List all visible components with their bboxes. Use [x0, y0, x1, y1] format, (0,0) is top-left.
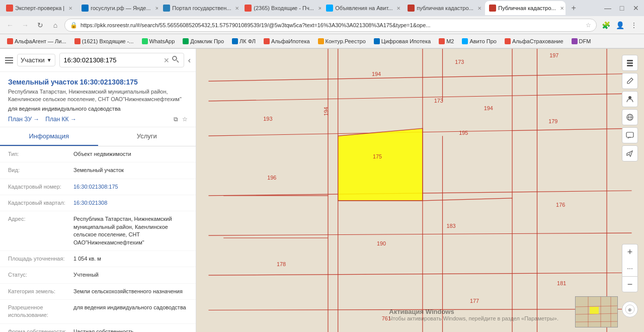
tab-label-7: Публичная кадастро...	[498, 5, 556, 11]
svg-text:196: 196	[267, 175, 276, 181]
collapse-panel-button[interactable]: ‹	[188, 56, 191, 65]
draw-button[interactable]	[622, 73, 638, 89]
back-button[interactable]: ←	[4, 19, 16, 31]
tab-info[interactable]: Информация	[0, 127, 98, 146]
zoom-out-button[interactable]: −	[622, 276, 638, 292]
plan-zu-link[interactable]: План ЗУ →	[8, 116, 39, 123]
forward-button[interactable]: →	[19, 19, 31, 31]
tab-close-2[interactable]: ✕	[155, 6, 158, 11]
extensions-button[interactable]: 🧩	[600, 19, 612, 31]
info-value-cadastral-number[interactable]: 16:30:021308:175	[73, 183, 188, 191]
svg-text:194: 194	[484, 105, 493, 111]
bookmark-label-dfm: DFM	[579, 38, 591, 44]
copy-icon[interactable]: ⧉	[174, 116, 178, 123]
svg-text:194: 194	[323, 107, 329, 116]
bookmark-favicon-dfm	[572, 38, 578, 44]
chevron-down-icon: ▼	[47, 57, 52, 63]
tab-close-7[interactable]: ✕	[560, 6, 564, 11]
bookmark-label-lkfl: ЛК ФЛ	[239, 38, 256, 44]
bookmark-favicon-alfaipoteka	[264, 38, 270, 44]
search-type-dropdown[interactable]: Участки ▼	[17, 54, 55, 66]
profile-button[interactable]: 👤	[614, 19, 626, 31]
info-label-category: Категория земель:	[8, 288, 73, 295]
search-clear-button[interactable]: ✕	[164, 56, 170, 64]
map-area[interactable]: 197 173 194 194 173 194 193 179 195 175 …	[196, 49, 644, 332]
address-bar[interactable]: 🔒 https://pkk.rosreestr.ru/#/search/55.5…	[64, 19, 597, 32]
telegram-button[interactable]	[622, 145, 638, 161]
bookmark-avito[interactable]: Авито Про	[459, 37, 500, 45]
info-row-status: Статус: Учтенный	[0, 267, 196, 283]
tab-3[interactable]: Портал государствен... ✕	[159, 1, 239, 15]
layers-button[interactable]	[622, 55, 638, 71]
tab-favicon-5	[326, 5, 333, 12]
search-input[interactable]	[64, 56, 164, 64]
svg-line-1	[177, 60, 179, 62]
bookmark-cifrovaya[interactable]: Цифровая Ипотека	[371, 37, 434, 45]
plan-kk-link[interactable]: План КК →	[45, 116, 76, 123]
tab-close-5[interactable]: ✕	[396, 6, 400, 11]
highlighted-parcel-175[interactable]	[338, 128, 423, 200]
info-value-cadastral-kvartal[interactable]: 16:30:021308	[73, 199, 188, 207]
svg-rect-40	[627, 60, 633, 61]
tab-1[interactable]: Эксперт-проверка | ✕	[2, 1, 76, 15]
compass-button[interactable]: ⊕	[622, 301, 638, 317]
tab-favicon-6	[408, 5, 415, 12]
tab-4[interactable]: (2365) Входящие - Пч... ✕	[240, 1, 321, 15]
bookmark-whatsapp[interactable]: WhatsApp	[139, 37, 178, 45]
bookmark-kontur[interactable]: Контур.Реестро	[315, 37, 369, 45]
svg-text:173: 173	[455, 59, 464, 65]
bookmark-alfaagent[interactable]: АльфаАгент — Ли...	[4, 37, 69, 45]
svg-rect-41	[627, 62, 633, 64]
tab-label-1: Эксперт-проверка |	[15, 5, 64, 11]
map-svg: 197 173 194 194 173 194 193 179 195 175 …	[196, 49, 644, 332]
info-row-vid: Вид: Земельный участок	[0, 162, 196, 179]
bookmark-add-icon[interactable]: ☆	[182, 116, 188, 123]
tab-close-3[interactable]: ✕	[235, 6, 239, 11]
close-window-button[interactable]: ✕	[630, 2, 642, 14]
zoom-in-button[interactable]: +	[622, 244, 638, 260]
bookmark-alfaipoteka[interactable]: АльфаИпотека	[261, 37, 313, 45]
info-value-status: Учтенный	[73, 271, 188, 279]
person-button[interactable]	[622, 91, 638, 107]
globe-button[interactable]	[622, 109, 638, 125]
tab-services-label: Услуги	[137, 132, 157, 140]
property-address: Республика Татарстан, Нижнекамский муниц…	[8, 88, 188, 104]
info-label-type: Тип:	[8, 150, 73, 158]
home-button[interactable]: ⌂	[49, 19, 61, 31]
bookmark-favicon-inbox	[74, 38, 80, 44]
chat-button[interactable]	[622, 127, 638, 143]
maximize-button[interactable]: □	[616, 2, 628, 14]
new-tab-button[interactable]: +	[567, 1, 581, 15]
tab-close-6[interactable]: ✕	[477, 6, 481, 11]
menu-button[interactable]: ⋮	[628, 19, 640, 31]
bookmark-inbox[interactable]: (1621) Входящие -...	[71, 37, 137, 45]
minimap[interactable]	[575, 296, 618, 327]
tab-6[interactable]: публичная кадастро... ✕	[404, 1, 484, 15]
bookmark-label-domclick: Домклик Про	[190, 38, 224, 44]
bookmark-lkfl[interactable]: ЛК ФЛ	[229, 37, 259, 45]
hamburger-menu[interactable]	[5, 57, 13, 63]
bookmark-m2[interactable]: M2	[436, 37, 457, 45]
info-row-cadastral-number: Кадастровый номер: 16:30:021308:175	[0, 179, 196, 195]
minimize-button[interactable]: —	[602, 2, 614, 14]
bookmark-favicon-kontur	[318, 38, 324, 44]
star-icon[interactable]: ☆	[586, 22, 591, 29]
bookmark-alfastrah[interactable]: АльфаСтрахование	[502, 37, 567, 45]
bookmark-domclick[interactable]: Домклик Про	[180, 37, 227, 45]
info-label-cadastral-kvartal: Кадастровый квартал:	[8, 199, 73, 207]
tab-services[interactable]: Услуги	[98, 127, 196, 146]
zoom-options-button[interactable]: ···	[622, 260, 638, 276]
bookmark-label-avito: Авито Про	[469, 38, 497, 44]
svg-point-0	[173, 56, 177, 60]
tab-favicon-1	[6, 5, 13, 12]
tab-close-4[interactable]: ✕	[318, 6, 321, 11]
tab-label-5: Объявления на Авит...	[335, 5, 392, 11]
tab-close-1[interactable]: ✕	[68, 6, 72, 11]
reload-button[interactable]: ↻	[34, 19, 46, 31]
bookmark-dfm[interactable]: DFM	[569, 37, 594, 45]
tab-5[interactable]: Объявления на Авит... ✕	[322, 1, 403, 15]
tab-bar: Эксперт-проверка | ✕ госуслуги.рф — Янде…	[0, 0, 644, 16]
search-button[interactable]	[172, 55, 180, 65]
tab-2[interactable]: госуслуги.рф — Янде... ✕	[77, 1, 158, 15]
tab-7[interactable]: Публичная кадастро... ✕	[485, 1, 566, 15]
